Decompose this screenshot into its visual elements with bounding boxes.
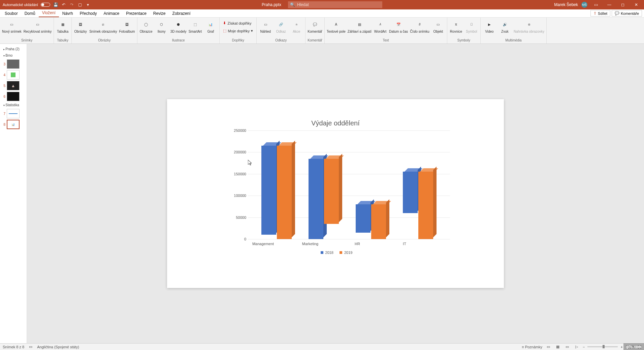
icons-button[interactable]: ⬡Ikony [155,20,168,33]
title-bar: Automatické ukládání 💾 ↶ ↷ ▢ ▾ Praha.ppt… [0,0,644,9]
datetime-button[interactable]: 📅Datum a čas [389,20,408,33]
ribbon-group-obrazky: 🖼Obrázky ⎚Snímek obrazovky 🖼Fotoalbum Ob… [72,18,137,43]
textbox-button[interactable]: ATextové pole [327,20,346,33]
save-icon[interactable]: 💾 [53,2,58,7]
tab-zobrazeni[interactable]: Zobrazení [169,10,194,17]
action-button: ★Akce [290,20,303,33]
ribbon-group-komentar: 💬Komentář Komentář [305,18,324,43]
maximize-icon[interactable]: ◻ [618,0,628,9]
tab-soubor[interactable]: Soubor [1,10,21,17]
ribbon: ▭Nový snímek ▭Recyklovat snímky Snímky ▦… [0,18,644,44]
undo-icon[interactable]: ↶ [61,2,66,7]
screen-recording-button: ⏺Nahrávka obrazovky [514,20,544,33]
share-button[interactable]: ⇪Sdílet [590,10,610,17]
3dmodels-button[interactable]: ⬢3D modely [170,20,187,33]
smartart-button[interactable]: ⬚SmartArt [188,20,202,33]
user-avatar[interactable]: MŠ [581,2,587,8]
tab-prechody[interactable]: Přechody [76,10,100,17]
video-button[interactable]: ▶Video [483,20,496,33]
pictures-button[interactable]: 🖼Obrázky [74,20,87,33]
photoalbum-button[interactable]: 🖼Fotoalbum [119,20,135,33]
symbol-button: ΩSymbol [465,20,478,33]
zoom-preview-button[interactable]: ▭Náhled [259,20,272,33]
ribbon-mode-icon[interactable]: ▭ [591,0,601,9]
audio-button[interactable]: 🔊Zvuk [498,20,512,33]
autosave-label: Automatické ukládání [3,3,38,7]
ribbon-group-snimky: ▭Nový snímek ▭Recyklovat snímky Snímky [0,18,54,43]
recycle-slides-button[interactable]: ▭Recyklovat snímky [24,20,52,33]
tab-domu[interactable]: Domů [21,10,39,17]
menu-tabs: Soubor Domů Vložení Návrh Přechody Anima… [0,9,644,18]
header-footer-button[interactable]: ▤Záhlaví a zápatí [348,20,372,33]
tab-revize[interactable]: Revize [150,10,169,17]
redo-icon[interactable]: ↷ [69,2,74,7]
tab-prezentace[interactable]: Prezentace [123,10,150,17]
close-icon[interactable]: ✕ [631,0,641,9]
search-icon: 🔍 [290,2,295,7]
object-button[interactable]: ▭Objekt [431,20,445,33]
my-addins-button[interactable]: ⬚Moje doplňky ▾ [222,28,254,34]
ribbon-group-tabulky: ▦Tabulka Tabulky [54,18,72,43]
tab-vlozeni[interactable]: Vložení [39,9,59,17]
new-slide-button[interactable]: ▭Nový snímek [2,20,22,33]
autosave-toggle[interactable] [41,3,50,7]
comment-button[interactable]: 💬Komentář [308,20,322,33]
tab-navrh[interactable]: Návrh [59,10,76,17]
present-icon[interactable]: ▢ [77,2,83,7]
ribbon-group-ilustrace: ◯Obrazce ⬡Ikony ⬢3D modely ⬚SmartArt 📊Gr… [137,18,220,43]
search-placeholder: Hledat [297,2,309,7]
qat-more-icon[interactable]: ▾ [85,2,91,7]
search-box[interactable]: 🔍 Hledat [288,1,382,8]
ribbon-group-doplnky: ⬇Získat doplňky ⬚Moje doplňky ▾ Doplňky [220,18,257,43]
shapes-button[interactable]: ◯Obrazce [139,20,153,33]
table-button[interactable]: ▦Tabulka [56,20,69,33]
get-addins-button[interactable]: ⬇Získat doplňky [222,20,254,26]
ribbon-group-text: ATextové pole ▤Záhlaví a zápatí 𝐴WordArt… [325,18,447,43]
slide-number-button[interactable]: #Číslo snímku [410,20,429,33]
user-name[interactable]: Marek Šebek [554,2,578,7]
equation-button[interactable]: πRovnice [449,20,463,33]
ribbon-group-symboly: πRovnice ΩSymbol Symboly [447,18,481,43]
wordart-button[interactable]: 𝐴WordArt [374,20,387,33]
link-button: 🔗Odkaz [274,20,288,33]
comments-button[interactable]: 💬Komentáře [612,10,642,17]
filename[interactable]: Praha.pptx [262,2,281,7]
ribbon-group-multimedia: ▶Video 🔊Zvuk ⏺Nahrávka obrazovky Multimé… [481,18,547,43]
minimize-icon[interactable]: — [604,0,614,9]
ribbon-group-odkazy: ▭Náhled 🔗Odkaz ★Akce Odkazy [257,18,305,43]
tab-animace[interactable]: Animace [100,10,123,17]
screenshot-button[interactable]: ⎚Snímek obrazovky [89,20,117,33]
chart-button[interactable]: 📊Graf [204,20,217,33]
